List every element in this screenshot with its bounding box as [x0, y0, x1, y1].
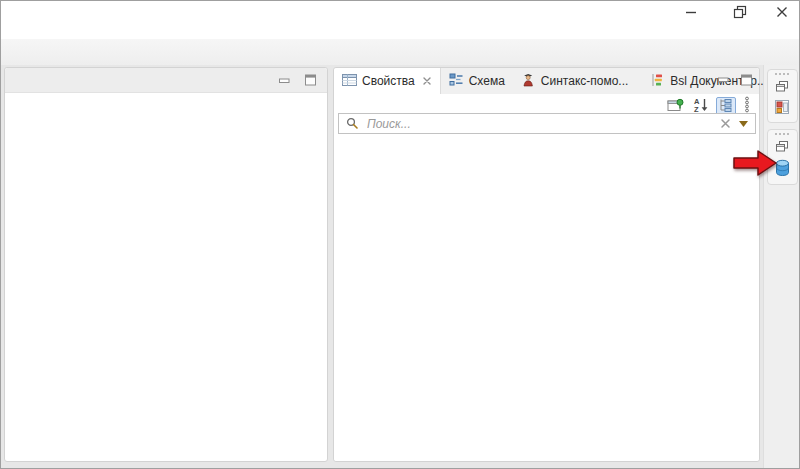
syntax-assistant-icon [521, 73, 536, 90]
editor-area-header [5, 68, 327, 93]
forms-view-button[interactable] [771, 98, 793, 118]
clear-search-icon[interactable] [718, 118, 733, 129]
forms-view-icon [774, 99, 790, 118]
panel-minimize-button[interactable] [277, 74, 291, 87]
panel-minimize-button[interactable] [716, 73, 730, 86]
bsl-documentation-icon [650, 73, 665, 90]
close-tab-icon[interactable] [422, 76, 432, 86]
search-box [338, 113, 756, 134]
search-input[interactable] [365, 116, 714, 132]
minimized-view-stack-top [767, 69, 798, 123]
window-close-button[interactable] [767, 2, 797, 24]
main-toolbar: 1С [1, 39, 799, 65]
restore-icon [733, 5, 747, 22]
properties-table-icon [342, 73, 357, 90]
title-bar [1, 1, 799, 39]
tab-label: Свойства [362, 74, 415, 88]
tab-bsl-documentation[interactable]: Bsl Документир... [642, 68, 775, 94]
tab-syntax-assistant[interactable]: Синтакс-помо... [513, 68, 637, 94]
tab-label: Синтакс-помо... [541, 74, 629, 88]
tab-schema[interactable]: Схема [441, 68, 513, 94]
svg-text:Z: Z [694, 105, 699, 113]
tab-label: Схема [469, 74, 505, 88]
restore-views-icon [775, 80, 789, 96]
tab-properties[interactable]: Свойства [334, 68, 441, 94]
properties-view-body [334, 135, 759, 461]
search-dropdown-icon[interactable] [737, 121, 750, 127]
window-restore-button[interactable] [725, 2, 755, 24]
schema-icon [449, 73, 464, 90]
panel-maximize-button[interactable] [303, 74, 317, 87]
drag-handle[interactable] [775, 133, 789, 135]
minimize-icon [685, 6, 697, 21]
editor-area-panel [4, 67, 328, 462]
drag-handle[interactable] [775, 73, 789, 75]
view-tab-bar: Свойства Схема [334, 68, 759, 94]
properties-view-panel: Свойства Схема [333, 67, 760, 462]
right-trim-bar [763, 65, 800, 469]
ide-window: 1С [0, 0, 800, 469]
panel-maximize-button[interactable] [739, 73, 753, 86]
close-icon [776, 6, 788, 21]
view-header-buttons [716, 73, 753, 86]
red-arrow-annotation [733, 148, 779, 181]
search-icon [344, 117, 361, 130]
window-minimize-button[interactable] [676, 2, 706, 24]
restore-views-button[interactable] [771, 78, 793, 98]
